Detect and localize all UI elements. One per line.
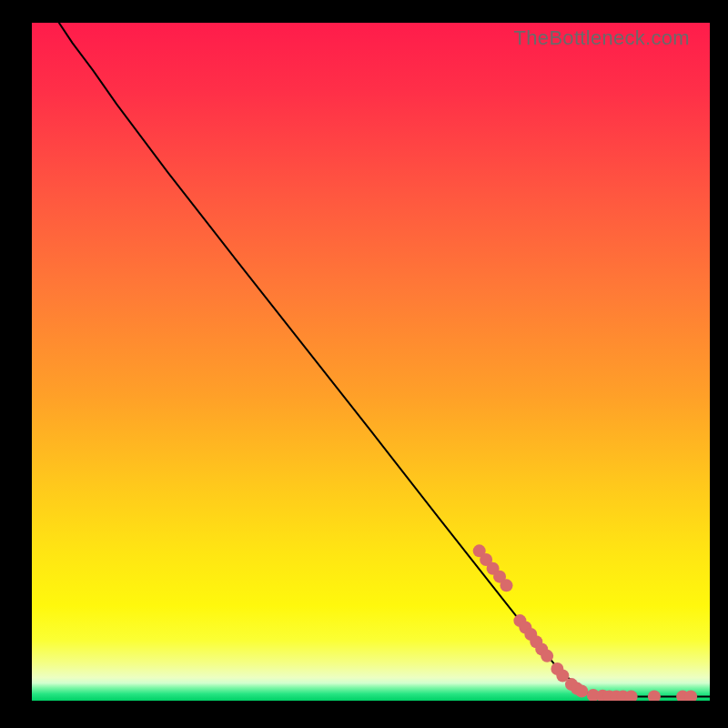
- primary-curve: [59, 23, 710, 697]
- scatter-point: [500, 579, 513, 592]
- scatter-point: [575, 685, 588, 698]
- scatter-point: [541, 650, 553, 662]
- chart-stage: TheBottleneck.com: [0, 0, 728, 728]
- scatter-point: [648, 691, 661, 701]
- chart-overlay: [32, 23, 710, 701]
- plot-area: TheBottleneck.com: [32, 23, 710, 701]
- scatter-points: [473, 544, 697, 701]
